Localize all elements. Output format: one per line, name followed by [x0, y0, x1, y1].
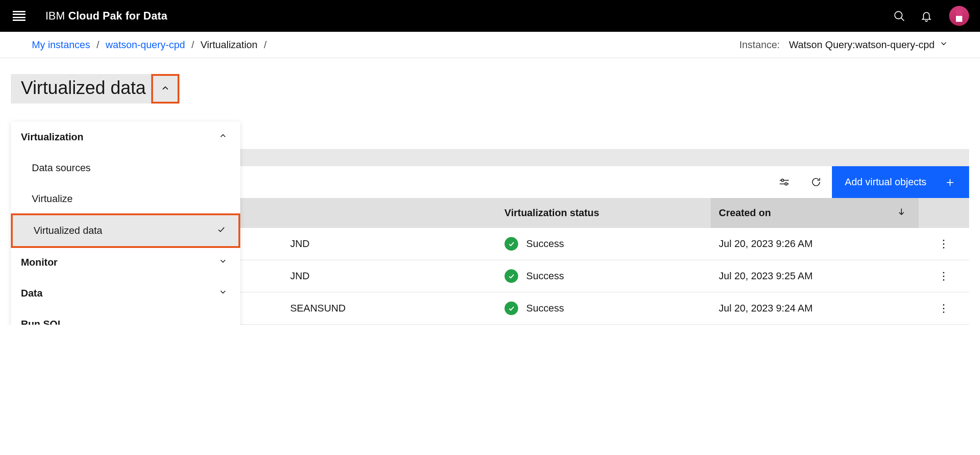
chevron-down-icon: [218, 257, 228, 268]
instance-label: Instance:: [739, 39, 780, 51]
chevron-down-icon: [218, 287, 228, 299]
brand-bold: Cloud Pak for Data: [68, 10, 167, 22]
page-title-toggle[interactable]: [151, 74, 179, 104]
cell-schema: SEANSUND: [282, 292, 496, 325]
add-virtual-objects-button[interactable]: Add virtual objects ＋: [832, 166, 969, 198]
menu-section-monitor[interactable]: Monitor: [11, 247, 240, 278]
breadcrumb-current: Virtualization: [201, 39, 258, 51]
refresh-icon[interactable]: [800, 166, 832, 198]
menu-label: Data sources: [32, 162, 91, 174]
chevron-down-icon: [939, 39, 948, 51]
cell-status: Success: [496, 228, 711, 260]
avatar[interactable]: [949, 6, 969, 26]
menu-section-data[interactable]: Data: [11, 278, 240, 309]
cell-schema: JND: [282, 260, 496, 292]
overflow-icon: ⋮: [938, 274, 949, 278]
checkmark-icon: [217, 225, 226, 237]
instance-selector: Instance: Watson Query:watson-query-cpd: [739, 39, 948, 51]
breadcrumb-sep: /: [264, 39, 267, 51]
search-icon[interactable]: [886, 2, 913, 30]
avatar-inner: [956, 10, 962, 22]
svg-point-2: [782, 179, 784, 181]
notifications-icon[interactable]: [913, 2, 940, 30]
menu-label: Run SQL: [21, 318, 64, 325]
filter-icon[interactable]: [768, 166, 800, 198]
breadcrumb-link-watson-query-cpd[interactable]: watson-query-cpd: [106, 39, 185, 51]
menu-item-virtualized-data[interactable]: Virtualized data: [11, 213, 240, 248]
breadcrumb: My instances / watson-query-cpd / Virtua…: [32, 39, 267, 51]
cell-schema: JND: [282, 228, 496, 260]
col-header-status[interactable]: Virtualization status: [496, 198, 711, 228]
status-text: Success: [526, 270, 564, 282]
row-overflow-menu[interactable]: ⋮: [919, 228, 969, 260]
menu-item-virtualize[interactable]: Virtualize: [11, 183, 240, 214]
menu-label: Virtualize: [32, 193, 73, 205]
success-icon: [505, 302, 518, 315]
svg-point-0: [895, 11, 902, 19]
content-area: Virtualized data Virtualization Data sou…: [0, 74, 980, 325]
plus-icon: ＋: [944, 173, 956, 191]
menu-section-virtualization[interactable]: Virtualization: [11, 122, 240, 153]
col-header-actions: [919, 198, 969, 228]
chevron-up-icon: [218, 131, 228, 143]
row-overflow-menu[interactable]: ⋮: [919, 260, 969, 292]
nav-dropdown-menu: Virtualization Data sources Virtualize V…: [11, 122, 240, 325]
instance-dropdown[interactable]: Watson Query:watson-query-cpd: [789, 39, 948, 51]
overflow-icon: ⋮: [938, 242, 949, 246]
svg-point-5: [785, 183, 787, 185]
breadcrumb-bar: My instances / watson-query-cpd / Virtua…: [0, 32, 980, 58]
cell-status: Success: [496, 260, 711, 292]
breadcrumb-link-my-instances[interactable]: My instances: [32, 39, 90, 51]
menu-label: Virtualization: [21, 131, 84, 143]
cell-created: Jul 20, 2023 9:25 AM: [711, 260, 919, 292]
menu-item-data-sources[interactable]: Data sources: [11, 153, 240, 183]
brand-title: IBM Cloud Pak for Data: [45, 10, 167, 22]
svg-line-1: [901, 18, 904, 21]
brand-light: IBM: [45, 10, 68, 22]
success-icon: [505, 269, 518, 283]
col-header-created[interactable]: Created on: [711, 198, 919, 228]
status-text: Success: [526, 302, 564, 314]
page-title: Virtualized data: [11, 74, 152, 104]
top-header: IBM Cloud Pak for Data: [0, 0, 980, 32]
col-header-schema[interactable]: [282, 198, 496, 228]
row-overflow-menu[interactable]: ⋮: [919, 292, 969, 325]
menu-label: Monitor: [21, 257, 58, 268]
chevron-up-icon: [160, 83, 170, 95]
breadcrumb-sep: /: [191, 39, 194, 51]
status-text: Success: [526, 238, 564, 250]
sort-descending-icon: [897, 207, 906, 219]
add-button-label: Add virtual objects: [845, 176, 926, 188]
menu-section-run-sql[interactable]: Run SQL: [11, 309, 240, 325]
instance-value: Watson Query:watson-query-cpd: [789, 39, 935, 51]
success-icon: [505, 237, 518, 251]
page-title-wrap: Virtualized data: [11, 74, 980, 104]
cell-created: Jul 20, 2023 9:24 AM: [711, 292, 919, 325]
cell-status: Success: [496, 292, 711, 325]
overflow-icon: ⋮: [938, 307, 949, 310]
menu-label: Data: [21, 287, 43, 299]
menu-label: Virtualized data: [34, 225, 102, 237]
hamburger-menu-icon[interactable]: [13, 11, 25, 21]
breadcrumb-sep: /: [96, 39, 99, 51]
cell-created: Jul 20, 2023 9:26 AM: [711, 228, 919, 260]
